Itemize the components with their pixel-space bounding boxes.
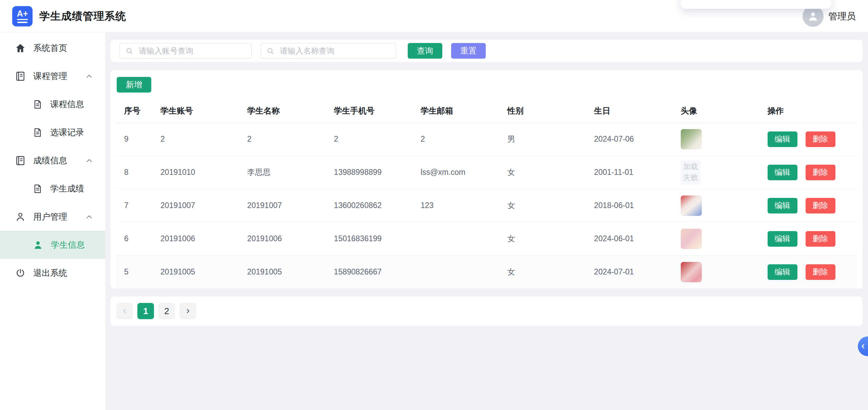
column-header: 头像 bbox=[673, 102, 759, 123]
cell-gender: 女 bbox=[499, 156, 586, 189]
delete-button[interactable]: 删除 bbox=[806, 198, 835, 213]
cell-seq: 5 bbox=[116, 255, 152, 289]
user-filled-icon bbox=[33, 240, 43, 250]
column-header: 性别 bbox=[499, 102, 586, 123]
avatar-load-failed-text: 加载失败 bbox=[681, 160, 700, 185]
account-search-wrap bbox=[119, 43, 252, 59]
cell-account: 20191005 bbox=[152, 255, 239, 289]
cell-gender: 女 bbox=[499, 255, 586, 289]
table-row: 5201910052019100515890826667女2024-07-01编… bbox=[116, 255, 857, 289]
account-search-input[interactable] bbox=[119, 43, 252, 59]
browser-popup bbox=[681, 0, 831, 9]
cell-email: 123 bbox=[412, 189, 499, 222]
cell-avatar bbox=[673, 189, 759, 222]
cell-account: 2 bbox=[152, 123, 239, 156]
avatar-image bbox=[681, 196, 702, 216]
sidebar-item-2[interactable]: 课程管理 bbox=[0, 62, 105, 90]
table-row: 820191010李思思13988998899lss@xm.com女2001-1… bbox=[116, 156, 857, 189]
sidebar-item-label: 学生成绩 bbox=[50, 183, 84, 194]
pagination: 12 bbox=[111, 296, 863, 326]
cell-actions: 编辑删除 bbox=[759, 255, 857, 289]
logo-line bbox=[17, 22, 27, 23]
cell-seq: 6 bbox=[116, 222, 152, 255]
delete-button[interactable]: 删除 bbox=[806, 165, 835, 180]
cell-gender: 女 bbox=[499, 189, 586, 222]
student-table-card: 新增 序号学生账号学生名称学生手机号学生邮箱性别生日头像操作 92222男202… bbox=[111, 70, 863, 289]
sidebar-item-6[interactable]: 学生成绩 bbox=[0, 175, 105, 203]
column-header: 操作 bbox=[759, 102, 857, 123]
cell-phone: 13988998899 bbox=[326, 156, 412, 189]
cell-avatar: 加载失败 bbox=[673, 156, 759, 189]
sidebar-item-label: 选课记录 bbox=[50, 127, 84, 138]
search-bar: 查询 重置 bbox=[111, 40, 863, 62]
document-icon bbox=[33, 184, 43, 194]
sidebar-item-7[interactable]: 用户管理 bbox=[0, 203, 105, 231]
sidebar-item-label: 用户管理 bbox=[33, 211, 67, 222]
edit-button[interactable]: 编辑 bbox=[768, 165, 797, 180]
reset-button[interactable]: 重置 bbox=[451, 43, 486, 59]
name-search-input[interactable] bbox=[261, 43, 396, 59]
add-button[interactable]: 新增 bbox=[117, 77, 151, 93]
search-icon bbox=[267, 47, 274, 55]
sidebar-item-1[interactable]: 系统首页 bbox=[0, 34, 105, 62]
page-button-1[interactable]: 1 bbox=[137, 303, 154, 319]
sidebar-item-9[interactable]: 退出系统 bbox=[0, 259, 105, 287]
chevron-up-icon[interactable] bbox=[85, 72, 94, 81]
document-icon bbox=[33, 127, 43, 138]
sidebar-item-label: 学生信息 bbox=[51, 239, 85, 250]
sidebar-item-label: 课程管理 bbox=[33, 70, 67, 82]
notebook-icon bbox=[15, 71, 26, 82]
edit-button[interactable]: 编辑 bbox=[768, 131, 797, 147]
cell-email bbox=[412, 222, 499, 255]
user-name: 管理员 bbox=[828, 10, 856, 22]
logo-grade-text: A+ bbox=[17, 9, 28, 20]
cell-birthday: 2001-11-01 bbox=[586, 156, 673, 189]
sidebar-item-label: 课程信息 bbox=[50, 99, 84, 110]
column-header: 学生手机号 bbox=[326, 102, 412, 123]
cell-account: 20191010 bbox=[152, 156, 239, 189]
delete-button[interactable]: 删除 bbox=[806, 131, 835, 147]
notebook-icon bbox=[15, 155, 26, 166]
column-header: 序号 bbox=[116, 102, 152, 123]
power-icon bbox=[15, 268, 26, 279]
document-icon bbox=[33, 99, 43, 109]
avatar-image bbox=[681, 229, 702, 249]
sidebar-item-8[interactable]: 学生信息 bbox=[0, 231, 105, 259]
cell-phone: 13600260862 bbox=[326, 189, 412, 222]
name-search-wrap bbox=[261, 43, 396, 59]
cell-phone: 15890826667 bbox=[326, 255, 412, 289]
cell-actions: 编辑删除 bbox=[759, 189, 857, 222]
cell-seq: 7 bbox=[116, 189, 152, 222]
chevron-up-icon[interactable] bbox=[85, 212, 94, 221]
user-icon bbox=[15, 211, 26, 222]
sidebar-item-4[interactable]: 选课记录 bbox=[0, 118, 105, 146]
cell-email: 2 bbox=[412, 123, 499, 156]
edit-button[interactable]: 编辑 bbox=[768, 264, 797, 280]
column-header: 学生账号 bbox=[152, 102, 239, 123]
edit-button[interactable]: 编辑 bbox=[768, 231, 797, 247]
cell-actions: 编辑删除 bbox=[759, 156, 857, 189]
sidebar-item-label: 成绩信息 bbox=[33, 155, 67, 166]
chevron-up-icon[interactable] bbox=[85, 156, 94, 165]
delete-button[interactable]: 删除 bbox=[806, 264, 835, 280]
sidebar-item-3[interactable]: 课程信息 bbox=[0, 90, 105, 118]
search-icon bbox=[126, 47, 133, 55]
sidebar-nav: 系统首页课程管理课程信息选课记录成绩信息学生成绩用户管理学生信息退出系统 bbox=[0, 33, 105, 410]
sidebar-item-5[interactable]: 成绩信息 bbox=[0, 146, 105, 175]
delete-button[interactable]: 删除 bbox=[806, 231, 835, 247]
next-page-button[interactable] bbox=[179, 303, 196, 319]
cell-birthday: 2024-06-01 bbox=[586, 222, 673, 255]
app-header: A+ 学生成绩管理系统 管理员 bbox=[0, 0, 868, 33]
page-button-2[interactable]: 2 bbox=[158, 303, 175, 319]
sidebar-item-label: 系统首页 bbox=[33, 42, 67, 54]
app-logo-icon: A+ bbox=[12, 6, 33, 26]
student-table: 序号学生账号学生名称学生手机号学生邮箱性别生日头像操作 92222男2024-0… bbox=[116, 102, 857, 289]
prev-page-button[interactable] bbox=[116, 303, 133, 319]
cell-name: 2 bbox=[239, 123, 326, 156]
cell-account: 20191006 bbox=[152, 222, 239, 255]
cell-name: 李思思 bbox=[239, 156, 326, 189]
sidebar-item-label: 退出系统 bbox=[33, 267, 67, 279]
table-body: 92222男2024-07-06编辑删除820191010李思思13988998… bbox=[116, 123, 857, 289]
edit-button[interactable]: 编辑 bbox=[768, 198, 797, 213]
query-button[interactable]: 查询 bbox=[408, 43, 442, 59]
